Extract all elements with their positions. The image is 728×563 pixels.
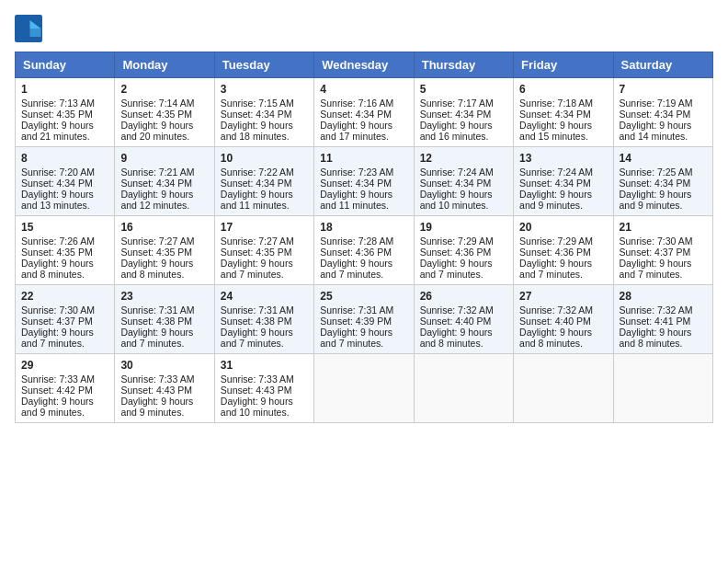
calendar-cell: 20Sunrise: 7:29 AMSunset: 4:36 PMDayligh… — [514, 216, 613, 285]
daylight-label: Daylight: 9 hours and 7 minutes. — [21, 327, 94, 349]
logo-icon — [15, 15, 42, 42]
day-number: 31 — [221, 359, 308, 372]
day-of-week-header: Saturday — [613, 52, 712, 78]
svg-marker-2 — [30, 29, 41, 37]
sunrise-label: Sunrise: 7:18 AM — [519, 98, 593, 109]
day-number: 8 — [21, 152, 108, 165]
day-number: 22 — [21, 290, 108, 303]
sunset-label: Sunset: 4:37 PM — [620, 247, 691, 258]
calendar-cell: 5Sunrise: 7:17 AMSunset: 4:34 PMDaylight… — [414, 78, 513, 147]
sunrise-label: Sunrise: 7:32 AM — [519, 304, 593, 316]
sunset-label: Sunset: 4:40 PM — [420, 316, 492, 327]
sunrise-label: Sunrise: 7:27 AM — [120, 236, 194, 247]
sunset-label: Sunset: 4:34 PM — [221, 178, 292, 189]
day-of-week-header: Wednesday — [314, 52, 414, 78]
day-number: 30 — [120, 359, 208, 372]
daylight-label: Daylight: 9 hours and 9 minutes. — [21, 396, 94, 418]
sunrise-label: Sunrise: 7:16 AM — [320, 98, 393, 109]
day-number: 17 — [221, 221, 308, 234]
sunset-label: Sunset: 4:41 PM — [620, 316, 691, 327]
sunset-label: Sunset: 4:34 PM — [519, 178, 591, 189]
sunrise-label: Sunrise: 7:14 AM — [120, 98, 194, 109]
calendar-cell: 30Sunrise: 7:33 AMSunset: 4:43 PMDayligh… — [115, 354, 214, 423]
daylight-label: Daylight: 9 hours and 7 minutes. — [519, 258, 592, 280]
sunset-label: Sunset: 4:38 PM — [120, 316, 192, 327]
calendar-week-row: 22Sunrise: 7:30 AMSunset: 4:37 PMDayligh… — [16, 285, 713, 354]
sunset-label: Sunset: 4:34 PM — [120, 178, 192, 189]
daylight-label: Daylight: 9 hours and 7 minutes. — [620, 258, 692, 280]
calendar-cell — [613, 354, 712, 423]
sunrise-label: Sunrise: 7:24 AM — [420, 167, 494, 178]
calendar-cell: 31Sunrise: 7:33 AMSunset: 4:43 PMDayligh… — [214, 354, 313, 423]
daylight-label: Daylight: 9 hours and 11 minutes. — [320, 189, 392, 211]
sunset-label: Sunset: 4:43 PM — [221, 385, 292, 396]
sunrise-label: Sunrise: 7:24 AM — [519, 167, 593, 178]
day-number: 10 — [221, 152, 308, 165]
calendar-week-row: 15Sunrise: 7:26 AMSunset: 4:35 PMDayligh… — [16, 216, 713, 285]
calendar-cell: 1Sunrise: 7:13 AMSunset: 4:35 PMDaylight… — [16, 78, 115, 147]
calendar-cell: 9Sunrise: 7:21 AMSunset: 4:34 PMDaylight… — [115, 147, 214, 216]
calendar-cell: 10Sunrise: 7:22 AMSunset: 4:34 PMDayligh… — [214, 147, 313, 216]
daylight-label: Daylight: 9 hours and 7 minutes. — [221, 258, 293, 280]
sunset-label: Sunset: 4:34 PM — [620, 109, 691, 120]
day-number: 18 — [320, 221, 407, 234]
day-number: 16 — [120, 221, 208, 234]
sunset-label: Sunset: 4:35 PM — [21, 247, 93, 258]
daylight-label: Daylight: 9 hours and 7 minutes. — [320, 258, 392, 280]
sunrise-label: Sunrise: 7:29 AM — [519, 236, 593, 247]
day-number: 21 — [620, 221, 707, 234]
sunset-label: Sunset: 4:37 PM — [21, 316, 93, 327]
calendar-cell: 8Sunrise: 7:20 AMSunset: 4:34 PMDaylight… — [16, 147, 115, 216]
calendar-cell — [314, 354, 414, 423]
sunset-label: Sunset: 4:36 PM — [320, 247, 392, 258]
day-of-week-header: Sunday — [16, 52, 115, 78]
sunrise-label: Sunrise: 7:33 AM — [221, 373, 294, 385]
page-header — [15, 15, 713, 42]
day-of-week-header: Thursday — [414, 52, 513, 78]
daylight-label: Daylight: 9 hours and 12 minutes. — [120, 189, 193, 211]
sunrise-label: Sunrise: 7:33 AM — [21, 373, 95, 385]
daylight-label: Daylight: 9 hours and 16 minutes. — [420, 120, 493, 142]
day-of-week-header: Tuesday — [214, 52, 313, 78]
calendar-cell: 28Sunrise: 7:32 AMSunset: 4:41 PMDayligh… — [613, 285, 712, 354]
day-number: 7 — [620, 83, 707, 96]
daylight-label: Daylight: 9 hours and 13 minutes. — [21, 189, 94, 211]
daylight-label: Daylight: 9 hours and 17 minutes. — [320, 120, 392, 142]
calendar-cell: 12Sunrise: 7:24 AMSunset: 4:34 PMDayligh… — [414, 147, 513, 216]
sunrise-label: Sunrise: 7:29 AM — [420, 236, 494, 247]
sunset-label: Sunset: 4:35 PM — [120, 109, 192, 120]
sunrise-label: Sunrise: 7:22 AM — [221, 167, 294, 178]
sunset-label: Sunset: 4:42 PM — [21, 385, 93, 396]
sunrise-label: Sunrise: 7:31 AM — [120, 304, 194, 316]
calendar-cell — [414, 354, 513, 423]
daylight-label: Daylight: 9 hours and 21 minutes. — [21, 120, 94, 142]
daylight-label: Daylight: 9 hours and 7 minutes. — [120, 327, 193, 349]
calendar-cell — [514, 354, 613, 423]
sunrise-label: Sunrise: 7:31 AM — [320, 304, 393, 316]
sunset-label: Sunset: 4:43 PM — [120, 385, 192, 396]
day-number: 5 — [420, 83, 507, 96]
sunset-label: Sunset: 4:36 PM — [519, 247, 591, 258]
daylight-label: Daylight: 9 hours and 8 minutes. — [620, 327, 692, 349]
daylight-label: Daylight: 9 hours and 18 minutes. — [221, 120, 293, 142]
day-number: 11 — [320, 152, 407, 165]
day-number: 29 — [21, 359, 108, 372]
day-number: 4 — [320, 83, 407, 96]
daylight-label: Daylight: 9 hours and 11 minutes. — [221, 189, 293, 211]
daylight-label: Daylight: 9 hours and 14 minutes. — [620, 120, 692, 142]
sunset-label: Sunset: 4:34 PM — [519, 109, 591, 120]
sunrise-label: Sunrise: 7:30 AM — [620, 236, 693, 247]
daylight-label: Daylight: 9 hours and 20 minutes. — [120, 120, 193, 142]
day-number: 25 — [320, 290, 407, 303]
calendar-cell: 21Sunrise: 7:30 AMSunset: 4:37 PMDayligh… — [613, 216, 712, 285]
calendar-cell: 27Sunrise: 7:32 AMSunset: 4:40 PMDayligh… — [514, 285, 613, 354]
sunrise-label: Sunrise: 7:23 AM — [320, 167, 393, 178]
calendar-cell: 4Sunrise: 7:16 AMSunset: 4:34 PMDaylight… — [314, 78, 414, 147]
daylight-label: Daylight: 9 hours and 8 minutes. — [120, 258, 193, 280]
calendar-week-row: 8Sunrise: 7:20 AMSunset: 4:34 PMDaylight… — [16, 147, 713, 216]
sunrise-label: Sunrise: 7:30 AM — [21, 304, 95, 316]
daylight-label: Daylight: 9 hours and 10 minutes. — [221, 396, 293, 418]
day-number: 13 — [519, 152, 607, 165]
day-number: 9 — [120, 152, 208, 165]
sunset-label: Sunset: 4:34 PM — [221, 109, 292, 120]
